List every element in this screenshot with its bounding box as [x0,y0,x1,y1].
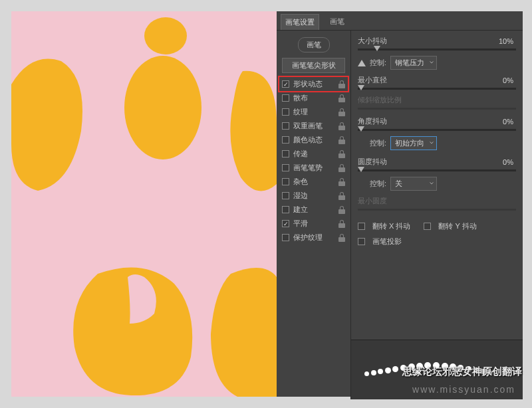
brush-tip-shape-button[interactable]: 画笔笔尖形状 [282,58,345,73]
slider-roundness-jitter[interactable] [358,169,516,171]
label-min-roundness: 最小圆度 [358,196,387,206]
svg-point-0 [124,56,201,159]
option-label: 建立 [293,205,338,215]
lock-icon[interactable] [338,164,345,172]
option-label: 画笔笔势 [293,163,338,173]
tab-brush[interactable]: 画笔 [326,14,348,30]
option-label: 散布 [293,93,338,103]
lock-icon[interactable] [338,192,345,200]
option-label: 杂色 [293,177,338,187]
lock-icon[interactable] [338,80,345,88]
option-brush-pose[interactable]: 画笔笔势 [279,161,348,175]
label-control: 控制: [370,138,386,148]
slider-tilt-scale [358,108,516,110]
checkbox-scattering[interactable] [282,94,289,102]
option-build-up[interactable]: 建立 [279,203,348,217]
watermark-text: 思缘论坛邪恶女神原创翻译 [402,365,522,378]
option-label: 湿边 [293,191,338,201]
label-min-diameter: 最小直径 [358,75,387,85]
option-wet-edges[interactable]: 湿边 [279,189,348,203]
tab-brush-settings[interactable]: 画笔设置 [281,14,319,30]
label-flip-x: 翻转 X 抖动 [372,221,410,231]
checkbox-transfer[interactable] [282,150,289,157]
dropdown-control-size[interactable]: 钢笔压力 [390,56,437,70]
option-label: 传递 [293,149,338,159]
checkbox-wet-edges[interactable] [282,192,289,199]
label-size-jitter: 大小抖动 [358,36,387,46]
slider-min-diameter[interactable] [358,88,516,90]
option-texture[interactable]: 纹理 [279,105,348,119]
checkbox-brush-pose[interactable] [282,164,289,171]
option-scattering[interactable]: 散布 [279,91,348,105]
checkbox-texture[interactable] [282,108,289,116]
checkbox-build-up[interactable] [282,206,289,213]
label-control: 控制: [370,58,386,68]
option-color-dynamics[interactable]: 颜色动态 [279,133,348,147]
lock-icon[interactable] [338,150,345,158]
lock-icon[interactable] [338,136,345,144]
dropdown-control-roundness[interactable]: 关 [390,177,437,191]
value-min-diameter[interactable]: 0% [492,76,516,85]
label-flip-y: 翻转 Y 抖动 [438,221,476,231]
lock-icon[interactable] [338,94,345,102]
slider-angle-jitter[interactable] [358,129,516,131]
option-label: 纹理 [293,107,338,117]
panel-tabs: 画笔设置 画笔 [277,11,523,31]
lock-icon[interactable] [338,122,345,130]
brush-settings-panel: 画笔设置 画笔 画笔 画笔笔尖形状 形状动态 散布 纹理 [277,11,523,397]
brush-button[interactable]: 画笔 [298,37,330,52]
warning-icon [358,60,366,66]
option-label: 形状动态 [293,79,338,89]
label-brush-projection: 画笔投影 [372,237,402,247]
slider-min-roundness [358,209,516,211]
option-transfer[interactable]: 传递 [279,147,348,161]
brush-options-list: 画笔 画笔笔尖形状 形状动态 散布 纹理 双重画笔 [277,31,351,399]
label-roundness-jitter: 圆度抖动 [358,157,387,167]
value-roundness-jitter[interactable]: 0% [492,157,516,167]
lock-icon[interactable] [338,178,345,186]
checkbox-smoothing[interactable] [282,220,289,227]
value-angle-jitter[interactable]: 0% [492,117,516,126]
checkbox-protect-texture[interactable] [282,234,289,241]
option-dual-brush[interactable]: 双重画笔 [279,119,348,133]
slider-size-jitter[interactable] [358,49,516,51]
checkbox-flip-x[interactable] [358,223,365,230]
svg-point-1 [144,17,187,54]
checkbox-flip-y[interactable] [424,223,431,230]
option-smoothing[interactable]: 平滑 [279,217,348,231]
checkbox-color-dynamics[interactable] [282,136,289,144]
lock-icon[interactable] [338,220,345,228]
option-protect-texture[interactable]: 保护纹理 [279,231,348,245]
label-angle-jitter: 角度抖动 [358,116,387,126]
watermark-url: www.missyuan.com [412,384,515,395]
lock-icon[interactable] [338,234,345,242]
option-label: 平滑 [293,219,338,229]
checkbox-dual-brush[interactable] [282,122,289,130]
lock-icon[interactable] [338,206,345,214]
label-control: 控制: [370,179,386,189]
label-tilt-scale: 倾斜缩放比例 [358,95,402,105]
option-label: 双重画笔 [293,121,338,131]
canvas-preview [11,11,277,397]
option-shape-dynamics[interactable]: 形状动态 [278,76,349,92]
shape-dynamics-controls: 大小抖动 10% 控制: 钢笔压力 最小直径 0% 倾斜缩放比例 [351,31,523,399]
checkbox-brush-projection[interactable] [358,238,365,245]
checkbox-shape-dynamics[interactable] [282,80,289,88]
dropdown-control-angle[interactable]: 初始方向 [390,136,437,150]
checkbox-noise[interactable] [282,178,289,185]
option-label: 颜色动态 [293,135,338,145]
option-noise[interactable]: 杂色 [279,175,348,189]
artwork-shapes [11,11,277,397]
option-label: 保护纹理 [293,233,338,243]
value-size-jitter[interactable]: 10% [492,37,516,46]
lock-icon[interactable] [338,108,345,116]
